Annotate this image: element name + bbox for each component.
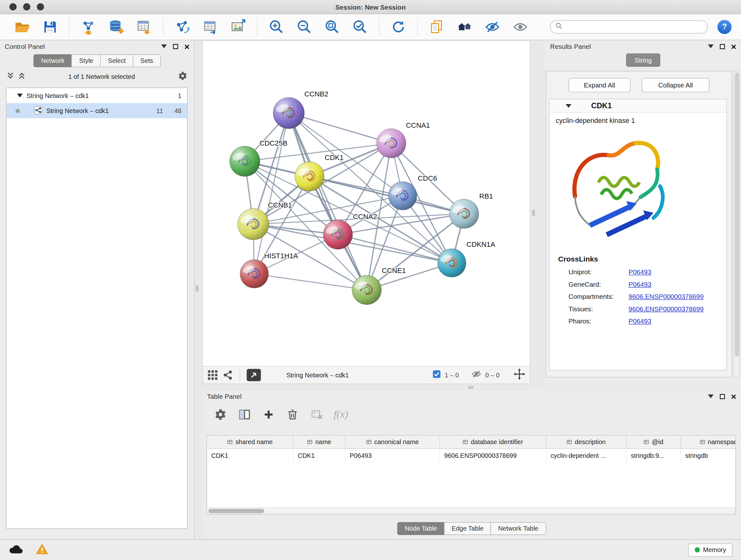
cloud-icon[interactable]: [9, 544, 23, 556]
network-node-HIST1H1A[interactable]: [240, 260, 268, 288]
save-session-icon[interactable]: [41, 18, 59, 36]
warning-icon[interactable]: [36, 544, 49, 556]
network-node-CCNB2[interactable]: [273, 98, 305, 129]
compartments-link[interactable]: 9606.ENSP00000378699: [629, 293, 727, 300]
import-network-file-icon[interactable]: [79, 18, 97, 36]
minimize-window-button[interactable]: [23, 3, 30, 10]
genecard-link[interactable]: P06493: [629, 280, 727, 288]
apply-layout-icon[interactable]: [389, 18, 407, 36]
column-header-database-identifier[interactable]: database identifier: [440, 435, 546, 449]
collapse-all-networks-icon[interactable]: [18, 72, 25, 81]
tab-sets[interactable]: Sets: [133, 54, 160, 67]
selected-checkbox-icon[interactable]: [432, 370, 441, 380]
open-session-icon[interactable]: [13, 18, 31, 36]
left-splitter-handle[interactable]: [196, 285, 199, 292]
new-table-icon[interactable]: [201, 18, 219, 36]
table-settings-gear-icon[interactable]: [213, 407, 227, 421]
tab-string[interactable]: String: [626, 53, 660, 66]
tab-style[interactable]: Style: [71, 54, 101, 67]
table-horizontal-scrollbar[interactable]: [207, 508, 736, 514]
float-panel-icon[interactable]: [173, 44, 178, 49]
zoom-out-icon[interactable]: [295, 18, 313, 36]
export-image-icon[interactable]: [229, 18, 247, 36]
search-input[interactable]: [566, 23, 703, 30]
network-node-CCNB1[interactable]: [238, 208, 269, 240]
tab-select[interactable]: Select: [100, 54, 133, 67]
detach-view-button[interactable]: [247, 369, 261, 381]
network-node-CDKN1A[interactable]: [437, 249, 466, 277]
network-node-CCNA1[interactable]: [377, 129, 406, 158]
cell-description[interactable]: cyclin-dependent ...: [546, 449, 627, 462]
import-table-icon[interactable]: [135, 18, 153, 36]
birdseye-grid-icon[interactable]: [207, 370, 218, 380]
import-network-database-icon[interactable]: [107, 18, 125, 36]
collapse-panel-icon[interactable]: [161, 44, 167, 48]
tab-edge-table[interactable]: Edge Table: [444, 522, 491, 535]
tab-node-table[interactable]: Node Table: [397, 522, 445, 535]
table-row[interactable]: CDK1 CDK1 P06493 9606.ENSP00000378699 cy…: [207, 449, 736, 462]
search-box[interactable]: [550, 20, 708, 34]
close-window-button[interactable]: [10, 3, 17, 10]
cell-namespace[interactable]: stringdb: [681, 449, 736, 462]
column-header-name[interactable]: name: [293, 435, 346, 449]
network-row[interactable]: String Network – cdk1 11 48: [7, 103, 187, 118]
network-canvas[interactable]: CCNB2CCNA1CDC25BCDK1CDC6RB1CCNB1CCNA2CDK…: [202, 40, 530, 367]
add-column-icon[interactable]: [261, 407, 275, 421]
pharos-link[interactable]: P06493: [629, 317, 727, 325]
network-node-CCNA2[interactable]: [323, 220, 353, 249]
results-scrollbar[interactable]: [733, 71, 740, 377]
cell-shared-name[interactable]: CDK1: [207, 449, 293, 462]
hidden-eye-slash-icon[interactable]: [471, 369, 482, 381]
network-collection-row[interactable]: String Network – cdk1 1: [7, 88, 187, 103]
network-node-CDK1[interactable]: [295, 162, 324, 191]
cell-canonical-name[interactable]: P06493: [346, 449, 440, 462]
delete-column-icon[interactable]: [285, 407, 299, 421]
close-panel-icon[interactable]: ×: [184, 42, 189, 51]
network-graph[interactable]: CCNB2CCNA1CDC25BCDK1CDC6RB1CCNB1CCNA2CDK…: [203, 41, 530, 366]
new-network-icon[interactable]: [173, 18, 191, 36]
copy-icon[interactable]: [428, 18, 446, 36]
help-button[interactable]: ?: [718, 20, 731, 34]
tab-network-table[interactable]: Network Table: [490, 522, 546, 535]
right-splitter-handle[interactable]: [532, 209, 535, 216]
tab-network[interactable]: Network: [33, 54, 72, 67]
column-header-description[interactable]: description: [546, 435, 627, 449]
expand-all-button[interactable]: Expand All: [569, 78, 630, 92]
zoom-window-button[interactable]: [37, 3, 44, 10]
column-header-id[interactable]: @id: [627, 435, 681, 449]
float-table-panel-icon[interactable]: [720, 394, 725, 399]
pan-crosshair-icon[interactable]: [514, 368, 525, 381]
network-overview-icon[interactable]: [223, 370, 233, 380]
show-all-icon[interactable]: [511, 18, 529, 36]
tissues-link[interactable]: 9606.ENSP00000378699: [629, 305, 727, 313]
network-node-CCNE1[interactable]: [352, 275, 381, 305]
expand-all-networks-icon[interactable]: [7, 72, 14, 81]
memory-button[interactable]: Memory: [688, 543, 732, 556]
zoom-in-icon[interactable]: [267, 18, 285, 36]
first-neighbors-icon[interactable]: [456, 18, 474, 36]
collapse-protein-icon[interactable]: [566, 104, 571, 108]
show-columns-icon[interactable]: [237, 407, 251, 421]
network-node-CDC6[interactable]: [388, 182, 417, 210]
hide-selected-icon[interactable]: [483, 18, 501, 36]
collapse-results-icon[interactable]: [708, 44, 714, 48]
column-header-namespace[interactable]: namespace: [681, 435, 736, 449]
zoom-selected-icon[interactable]: [351, 18, 369, 36]
network-options-gear-icon[interactable]: [178, 71, 188, 82]
bottom-splitter-handle[interactable]: [468, 386, 474, 389]
close-table-panel-icon[interactable]: ×: [731, 392, 736, 401]
uniprot-link[interactable]: P06493: [629, 268, 727, 276]
float-results-icon[interactable]: [720, 44, 725, 49]
collapse-all-button[interactable]: Collapse All: [642, 78, 710, 92]
network-node-RB1[interactable]: [449, 199, 479, 229]
cell-database-identifier[interactable]: 9606.ENSP00000378699: [440, 449, 546, 462]
zoom-fit-icon[interactable]: [323, 18, 341, 36]
close-results-icon[interactable]: ×: [731, 42, 736, 51]
network-node-CDC25B[interactable]: [230, 146, 260, 177]
results-panel: Results Panel × String Expand All Collap…: [545, 40, 741, 388]
collapse-table-panel-icon[interactable]: [708, 394, 714, 398]
cell-id[interactable]: stringdb:9...: [627, 449, 681, 462]
column-header-shared-name[interactable]: shared name: [207, 435, 293, 449]
column-header-canonical-name[interactable]: canonical name: [346, 435, 440, 449]
tree-expand-icon[interactable]: [17, 94, 23, 98]
